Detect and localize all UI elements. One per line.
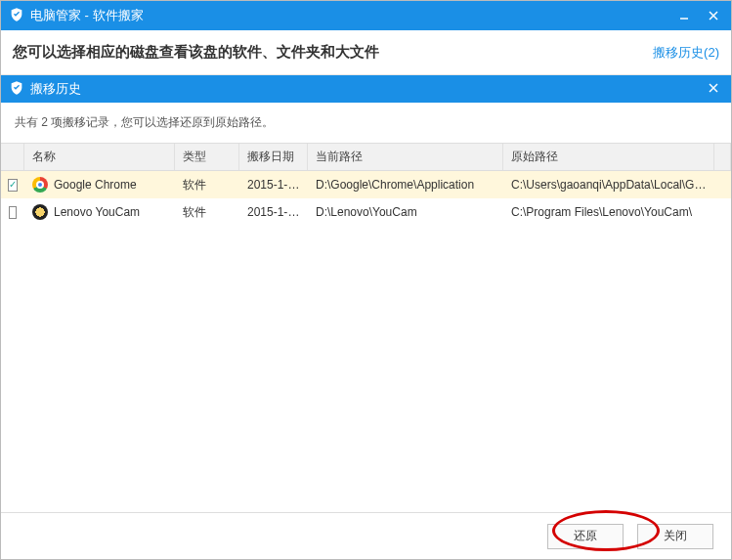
header-original-path[interactable]: 原始路径 (503, 144, 714, 170)
header-current-path[interactable]: 当前路径 (308, 144, 503, 170)
header-type[interactable]: 类型 (175, 144, 239, 170)
footer: 还原 关闭 (1, 512, 731, 559)
header-checkbox-col (1, 144, 24, 170)
panel-close-button[interactable] (704, 81, 723, 97)
close-dialog-button[interactable]: 关闭 (637, 524, 713, 549)
history-link[interactable]: 搬移历史(2) (653, 44, 719, 62)
row-original-path: C:\Program Files\Lenovo\YouCam\ (503, 205, 715, 219)
row-type: 软件 (175, 204, 239, 221)
window-title: 电脑管家 - 软件搬家 (30, 7, 144, 24)
restore-button[interactable]: 还原 (547, 524, 624, 549)
row-type: 软件 (175, 177, 239, 194)
table-header-row: 名称 类型 搬移日期 当前路径 原始路径 (1, 143, 731, 171)
table-row[interactable]: Google Chrome软件2015-1-22D:\Google\Chrome… (1, 171, 731, 198)
panel-header: 搬移历史 (1, 75, 731, 103)
shield-icon (9, 80, 24, 99)
panel-title: 搬移历史 (30, 80, 704, 98)
close-button[interactable] (704, 6, 723, 25)
shield-icon (9, 7, 24, 25)
window-controls (674, 6, 723, 25)
header-name[interactable]: 名称 (24, 144, 175, 170)
main-window: 电脑管家 - 软件搬家 您可以选择相应的磁盘查看该盘的软件、文件夹和大文件 搬移… (0, 0, 732, 560)
row-date: 2015-1-22 (239, 205, 308, 219)
app-icon (32, 177, 48, 193)
app-icon (32, 204, 48, 220)
row-current-path: D:\Lenovo\YouCam (308, 205, 503, 219)
table-body: Google Chrome软件2015-1-22D:\Google\Chrome… (1, 171, 731, 226)
row-name: Google Chrome (54, 178, 137, 192)
titlebar: 电脑管家 - 软件搬家 (1, 1, 731, 30)
sub-info-text: 共有 2 项搬移记录，您可以选择还原到原始路径。 (1, 103, 731, 143)
info-text: 您可以选择相应的磁盘查看该盘的软件、文件夹和大文件 (13, 43, 653, 62)
row-date: 2015-1-22 (239, 178, 308, 192)
table-row[interactable]: Lenovo YouCam软件2015-1-22D:\Lenovo\YouCam… (1, 198, 731, 226)
row-original-path: C:\Users\gaoanqi\AppData\Local\Goo... (503, 178, 715, 192)
row-current-path: D:\Google\Chrome\Application (308, 178, 503, 192)
row-checkbox[interactable] (8, 179, 18, 192)
header-date[interactable]: 搬移日期 (239, 144, 308, 170)
info-bar: 您可以选择相应的磁盘查看该盘的软件、文件夹和大文件 搬移历史(2) (1, 30, 731, 75)
row-name: Lenovo YouCam (54, 205, 140, 219)
table: 名称 类型 搬移日期 当前路径 原始路径 Google Chrome软件2015… (1, 143, 731, 226)
minimize-button[interactable] (674, 6, 694, 25)
row-checkbox[interactable] (9, 206, 17, 219)
header-tail (714, 144, 731, 170)
